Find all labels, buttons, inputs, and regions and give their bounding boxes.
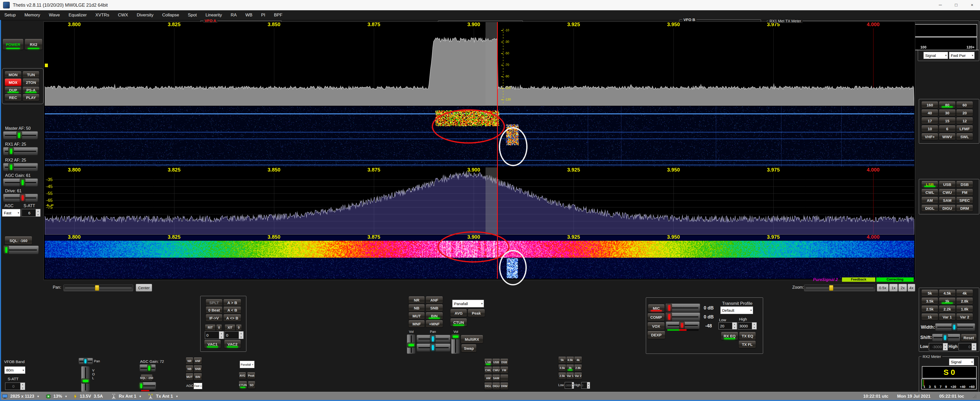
- rx1-display-mode-select[interactable]: Panafall▾: [452, 300, 484, 307]
- band-30-button[interactable]: 30: [939, 109, 956, 116]
- band-20-button[interactable]: 20: [956, 109, 973, 116]
- spin-down-icon[interactable]: ▼: [239, 335, 243, 339]
- band-17-button[interactable]: 17: [921, 117, 938, 124]
- multirx-vol-slider[interactable]: [451, 334, 460, 354]
- mut-button[interactable]: MUT: [409, 312, 425, 320]
- rx2-agc-gain-slider[interactable]: [140, 364, 156, 372]
- maximize-icon[interactable]: □: [948, 0, 964, 10]
- bin-button[interactable]: BIN: [426, 312, 443, 320]
- filter-var2-button[interactable]: Var 2: [956, 313, 973, 320]
- spin-up-icon[interactable]: ▲: [572, 382, 574, 385]
- vox-button[interactable]: VOX: [648, 322, 665, 330]
- menu-memory[interactable]: Memory: [20, 10, 44, 20]
- spin-down-icon[interactable]: ▼: [732, 326, 737, 329]
- spin-up-icon[interactable]: ▲: [219, 332, 224, 335]
- spin-down-icon[interactable]: ▼: [21, 387, 25, 390]
- filter-low-spinner[interactable]: -3000▲▼: [929, 343, 948, 350]
- dup-button[interactable]: DUP: [5, 87, 22, 94]
- filter-22k-button[interactable]: 2.2k: [939, 306, 956, 312]
- anf-button[interactable]: ANF: [426, 296, 443, 304]
- avg-button[interactable]: AVG: [450, 309, 467, 317]
- filter-3k-button[interactable]: 3k: [939, 298, 956, 304]
- spin-down-icon[interactable]: ▼: [572, 385, 574, 388]
- chevron-down-icon[interactable]: ▼: [37, 395, 40, 398]
- rx2-pan-slider[interactable]: [79, 358, 93, 364]
- resize-grip-icon[interactable]: [973, 395, 977, 398]
- rit-zero-button[interactable]: 0: [216, 324, 222, 331]
- band-10-button[interactable]: 10: [921, 125, 938, 132]
- spin-up-icon[interactable]: ▲: [732, 323, 737, 326]
- rx2-mode-lsb-button[interactable]: LSB: [484, 359, 492, 366]
- rx2-mode-digl-button[interactable]: DIGL: [484, 383, 492, 390]
- filter-35k-button[interactable]: 3.5k: [921, 298, 938, 304]
- band-swl-button[interactable]: SWL: [956, 133, 973, 140]
- rx1-pan-slider-a[interactable]: [417, 335, 450, 343]
- vac1-button[interactable]: VAC1: [204, 340, 221, 348]
- rx2-mode-cwl-button[interactable]: CWL: [484, 367, 492, 374]
- rx1-vol-slider[interactable]: [407, 334, 415, 354]
- rx2-s-att-spinner[interactable]: 0▲▼: [5, 383, 25, 390]
- minimize-icon[interactable]: ─: [932, 0, 948, 10]
- chevron-down-icon[interactable]: ▼: [139, 395, 142, 398]
- mic-button[interactable]: MIC: [648, 304, 665, 312]
- rx2-mode-dsb-button[interactable]: DSB: [500, 359, 508, 366]
- rx2-mode-usb-button[interactable]: USB: [492, 359, 500, 366]
- band-lfmf-button[interactable]: LFMF: [956, 125, 973, 132]
- spin-down-icon[interactable]: ▼: [972, 347, 976, 350]
- puresignal-label[interactable]: PureSignal 2: [813, 277, 838, 282]
- tx-meter-select[interactable]: Fwd Pwr▾: [949, 52, 975, 59]
- menu-collapse[interactable]: Collapse: [158, 10, 183, 20]
- rx1-af-slider[interactable]: [3, 147, 38, 155]
- two-tone-button[interactable]: 2TON: [22, 78, 40, 86]
- rx2-af-slider[interactable]: [3, 163, 38, 171]
- vfob-band-select[interactable]: 80m▾: [4, 366, 25, 374]
- filter-18k-button[interactable]: 1.8k: [956, 306, 973, 312]
- rx2-nb-button[interactable]: NB: [186, 365, 193, 372]
- rx-ant-value[interactable]: Rx Ant 1: [119, 394, 136, 399]
- rx2-filter-3k-button[interactable]: 3k: [566, 364, 574, 371]
- rx2-nr-button[interactable]: NR: [186, 358, 193, 364]
- zoom-4x-button[interactable]: 4x: [908, 284, 915, 292]
- a-to-b-button[interactable]: A > B: [223, 299, 241, 306]
- spin-down-icon[interactable]: ▼: [943, 347, 948, 350]
- snb-button[interactable]: SNB: [426, 304, 443, 312]
- mode-lsb-button[interactable]: LSB: [921, 181, 938, 188]
- mic-gain-slider[interactable]: [666, 304, 700, 312]
- rx2-sql-button[interactable]: SQL: -150: [141, 375, 153, 381]
- vox-slider[interactable]: [666, 321, 700, 329]
- filter-var1-button[interactable]: Var 1: [939, 313, 956, 320]
- resolution-value[interactable]: 2825 x 1123: [10, 394, 34, 399]
- rx2-peak-button[interactable]: Peak: [247, 372, 255, 379]
- zero-beat-button[interactable]: 0 Beat: [206, 307, 223, 313]
- rx2-avg-button[interactable]: AVG: [239, 372, 246, 379]
- mode-fm-button[interactable]: FM: [956, 189, 973, 196]
- rx2-mode-fm-button[interactable]: FM: [500, 367, 508, 374]
- peak-button[interactable]: Peak: [468, 309, 485, 317]
- spin-up-icon[interactable]: ▲: [943, 343, 948, 347]
- filter-25k-button[interactable]: 2.5k: [921, 306, 938, 312]
- rx2-high-spinner[interactable]: 0▲▼: [581, 382, 590, 389]
- rx-eq-button[interactable]: RX EQ: [721, 332, 738, 340]
- rx2-low-spinner[interactable]: -3000▲▼: [565, 382, 574, 389]
- sql-slider[interactable]: [3, 246, 39, 254]
- ctun-button[interactable]: CTUN: [450, 318, 467, 326]
- tx-ant-value[interactable]: Tx Ant 1: [156, 394, 173, 399]
- band-12-button[interactable]: 12: [956, 117, 973, 124]
- menu-pi[interactable]: PI: [257, 10, 270, 20]
- center-button[interactable]: Center: [136, 284, 152, 292]
- master-af-slider[interactable]: [3, 131, 38, 139]
- rx2-filter-25k-button[interactable]: 2.5k: [558, 372, 566, 379]
- rx1-meter-select[interactable]: Signal▾: [923, 52, 948, 59]
- rx2-ctun-button[interactable]: CTUN: [239, 381, 247, 389]
- spin-up-icon[interactable]: ▲: [972, 343, 976, 347]
- filter-5k-button[interactable]: 5k: [921, 290, 938, 296]
- menu-equalizer[interactable]: Equalizer: [64, 10, 91, 20]
- spin-down-icon[interactable]: ▼: [752, 326, 756, 329]
- menu-ra[interactable]: RA: [226, 10, 241, 20]
- mnf-button[interactable]: MNF: [409, 320, 425, 328]
- width-slider[interactable]: [935, 323, 975, 331]
- xit-button[interactable]: XIT: [224, 324, 235, 331]
- band-vhf-button[interactable]: VHF+: [921, 133, 938, 140]
- rx2-filter-45k-button[interactable]: 4.5k: [566, 357, 574, 363]
- rit-button[interactable]: RIT: [205, 324, 216, 331]
